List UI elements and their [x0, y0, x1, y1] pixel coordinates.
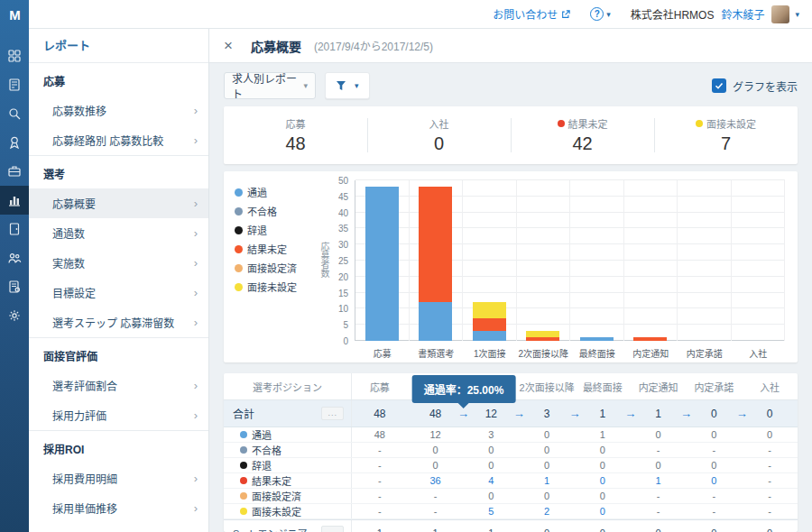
table-cell: →0: [631, 520, 687, 532]
sidebar-item[interactable]: 採用費用明細›: [29, 463, 208, 493]
cell-value[interactable]: 0: [711, 475, 716, 486]
hrmos-logo[interactable]: M: [0, 0, 29, 29]
table-cell: 0: [464, 458, 520, 472]
sidebar-item[interactable]: 目標設定›: [29, 278, 208, 307]
total-row[interactable]: 合計...4848→12→3→1→1→0→0: [224, 400, 798, 427]
status-dot: [240, 462, 247, 469]
help-menu[interactable]: ? ▾: [590, 7, 611, 21]
close-icon[interactable]: ×: [224, 38, 233, 53]
members-icon[interactable]: [0, 243, 29, 272]
row-menu-button[interactable]: ...: [321, 407, 344, 420]
sidebar-item[interactable]: 応募概要›: [29, 188, 208, 218]
jobs-icon[interactable]: [0, 157, 29, 186]
bar-segment[interactable]: [580, 337, 614, 341]
bar-column: [517, 180, 571, 341]
candidates-icon[interactable]: [0, 70, 29, 99]
legend-item: 面接設定済: [235, 261, 318, 275]
filter-button[interactable]: ▾: [325, 72, 370, 99]
sidebar-item[interactable]: 選考評価割合›: [29, 371, 208, 400]
report-type-select[interactable]: 求人別レポート ▾: [224, 72, 316, 99]
cell-value: 0: [488, 445, 494, 455]
bar-segment[interactable]: [526, 337, 559, 341]
table-cell: -: [687, 489, 743, 503]
search-icon[interactable]: [0, 99, 29, 128]
cell-value: -: [768, 506, 771, 517]
cell-value[interactable]: 4: [488, 475, 494, 486]
sidebar-section-1: 選考応募概要›通過数›実施数›目標設定›選考ステップ 応募滞留数›: [29, 155, 208, 337]
breakdown-row[interactable]: 結果未定-3641010-: [224, 473, 798, 489]
bar-segment[interactable]: [473, 302, 506, 318]
breakdown-label: 面接設定済: [252, 489, 301, 503]
talent-icon[interactable]: [0, 128, 29, 157]
cell-value[interactable]: 2: [544, 506, 549, 517]
reports-icon[interactable]: [0, 186, 29, 215]
report-type-value: 求人別レポート: [232, 70, 303, 101]
sidebar-item[interactable]: 選考ステップ 応募滞留数›: [29, 307, 208, 337]
cell-value: 0: [656, 429, 661, 440]
bar-chart: 05101520253035404550 応募書類選考1次面接2次面接以降最終面…: [331, 180, 785, 359]
bar-segment[interactable]: [419, 187, 452, 302]
cell-value: -: [657, 506, 660, 517]
bar-column: [570, 180, 624, 341]
door-icon[interactable]: [0, 215, 29, 243]
breakdown-row[interactable]: 面接未設定--520---: [224, 504, 798, 519]
bar-segment[interactable]: [419, 302, 452, 341]
graph-checkbox[interactable]: [712, 78, 726, 93]
contact-link[interactable]: お問い合わせ: [493, 6, 570, 22]
cell-value[interactable]: 0: [600, 475, 605, 486]
sidebar-item[interactable]: 応募経路別 応募数比較›: [29, 125, 208, 155]
table-cell: 0: [742, 427, 798, 442]
sidebar-item[interactable]: 応募数推移›: [29, 96, 208, 125]
bar-column: [732, 180, 786, 341]
breakdown-row[interactable]: 面接設定済--000---: [224, 489, 798, 504]
breakdown-row[interactable]: 通過4812301000: [224, 427, 798, 443]
avatar[interactable]: [771, 5, 789, 23]
bar-column: [410, 180, 464, 341]
sidebar-item[interactable]: 採用力評価›: [29, 400, 208, 430]
cell-value: 1: [377, 527, 383, 532]
cell-value[interactable]: 1: [544, 475, 549, 486]
cell-value[interactable]: 36: [430, 475, 441, 486]
cell-value[interactable]: 0: [600, 506, 605, 517]
bar-segment[interactable]: [365, 187, 399, 341]
user-menu-chevron-icon[interactable]: ▾: [795, 10, 799, 19]
dashboard-icon[interactable]: [0, 41, 29, 70]
bar-segment[interactable]: [633, 337, 667, 341]
settings-icon[interactable]: [0, 301, 29, 330]
cell-value: 1: [488, 527, 494, 532]
cell-value: -: [768, 491, 771, 501]
show-graph-toggle[interactable]: グラフを表示: [712, 78, 798, 94]
row-menu-button[interactable]: ...: [321, 526, 344, 532]
table-cell: 3: [464, 427, 520, 442]
position-row[interactable]: Scalaエンジニア...11→1→0→0→0→0→0: [224, 519, 798, 532]
user-name[interactable]: 鈴木綾子: [721, 6, 764, 22]
summary-metric: 結果未定42: [511, 111, 654, 160]
page-title: 応募概要: [251, 37, 301, 55]
chevron-right-icon: ›: [194, 197, 198, 210]
bar-segment[interactable]: [473, 331, 506, 341]
sidebar-item[interactable]: 採用単価推移›: [29, 493, 208, 523]
table-cell: →0: [575, 520, 631, 532]
sidebar-item[interactable]: 通過数›: [29, 218, 208, 248]
table-cell: -: [631, 504, 687, 518]
sidebar-section-header: 応募: [29, 63, 208, 96]
cell-value[interactable]: 1: [656, 475, 661, 486]
summary-metric-text: 入社: [429, 116, 449, 131]
breakdown-row[interactable]: 辞退-000000-: [224, 458, 798, 473]
bar-segment[interactable]: [526, 331, 559, 337]
sidebar-item[interactable]: 採用単価集計›: [29, 523, 208, 532]
bar-segment[interactable]: [473, 318, 506, 331]
sidebar-item-label: 応募概要: [52, 196, 96, 211]
breakdown-row[interactable]: 不合格-0000---: [224, 443, 798, 458]
cell-value[interactable]: 5: [488, 506, 494, 517]
sidebar-item[interactable]: 実施数›: [29, 248, 208, 278]
table-cell: →12: [464, 400, 520, 427]
table-cell: →1: [631, 400, 687, 427]
doc-settings-icon[interactable]: [0, 272, 29, 301]
cell-value: 0: [488, 491, 494, 501]
table-cell: →0: [519, 520, 575, 532]
panel-header: × 応募概要 (2017/9/4から2017/12/5): [209, 29, 812, 63]
summary-metric-text: 面接未設定: [706, 116, 756, 131]
table-cell: 0: [575, 489, 631, 503]
check-icon: [715, 81, 724, 90]
